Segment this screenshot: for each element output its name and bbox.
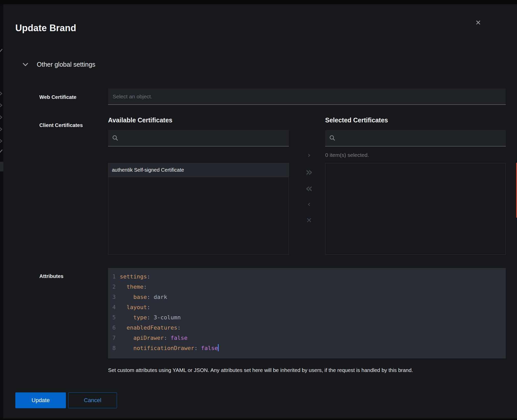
code-line: 1settings: (112, 272, 506, 282)
text-cursor (218, 344, 219, 351)
background-bottom-strip (0, 418, 517, 420)
check-icon (0, 148, 3, 154)
available-certificates-search (108, 130, 289, 146)
cancel-button[interactable]: Cancel (68, 392, 117, 408)
update-button[interactable]: Update (15, 392, 66, 408)
attributes-label: Attributes (39, 273, 108, 279)
selected-certificates-list (325, 163, 506, 255)
code-line: 4 layout: (112, 302, 506, 312)
sidebar-active-row-sliver (0, 162, 3, 171)
transfer-add-icon[interactable]: › (301, 149, 317, 161)
chevron-right-icon (0, 126, 3, 132)
selected-certificates-heading: Selected Certificates (325, 116, 388, 124)
chevron-right-icon (0, 138, 3, 144)
certificate-list-item[interactable]: authentik Self-signed Certificate (108, 163, 289, 177)
attributes-help-text: Set custom attributes using YAML or JSON… (108, 367, 507, 374)
screen: Update Brand ✕ Other global settings Web… (0, 0, 517, 420)
transfer-add-all-icon[interactable]: » (301, 166, 317, 178)
section-title: Other global settings (37, 61, 95, 68)
web-certificate-input[interactable] (108, 88, 506, 105)
code-line: 2 theme: (112, 282, 506, 292)
selected-certificates-search-input[interactable] (338, 135, 502, 141)
other-global-settings-toggle[interactable]: Other global settings (23, 59, 95, 69)
attributes-code-editor[interactable]: 1settings:2 theme:3 base: dark4 layout:5… (108, 268, 506, 358)
selected-certificates-search (325, 130, 506, 146)
available-certificates-search-input[interactable] (121, 135, 285, 141)
transfer-clear-icon[interactable]: ✕ (301, 215, 317, 226)
transfer-remove-all-icon[interactable]: « (301, 183, 317, 194)
chevron-down-icon (23, 63, 28, 66)
web-certificate-label: Web Certificate (39, 94, 108, 100)
code-line: 6 enabledFeatures: (112, 323, 506, 333)
code-line: 8 notificationDrawer: false (112, 343, 506, 353)
code-line: 5 type: 3-column (112, 312, 506, 323)
check-icon (0, 47, 3, 53)
search-icon (112, 135, 118, 141)
chevron-right-icon (0, 114, 3, 120)
code-line: 7 apiDrawer: false (112, 333, 506, 343)
background-top-strip (0, 0, 517, 4)
close-icon[interactable]: ✕ (472, 17, 484, 29)
available-certificates-heading: Available Certificates (108, 116, 172, 124)
code-line: 3 base: dark (112, 292, 506, 302)
available-certificates-list: authentik Self-signed Certificate (108, 163, 289, 255)
selected-count-status: 0 item(s) selected. (325, 152, 369, 158)
client-certificates-label: Client Certificates (39, 122, 108, 129)
search-icon (329, 135, 335, 141)
modal-title: Update Brand (15, 23, 76, 33)
chevron-right-icon (0, 91, 3, 96)
update-brand-modal: Update Brand ✕ Other global settings Web… (3, 4, 517, 418)
background-sidebar-sliver (0, 4, 3, 418)
chevron-right-icon (0, 102, 3, 108)
transfer-remove-icon[interactable]: ‹ (301, 199, 317, 210)
attributes-code-lines: 1settings:2 theme:3 base: dark4 layout:5… (112, 272, 506, 353)
